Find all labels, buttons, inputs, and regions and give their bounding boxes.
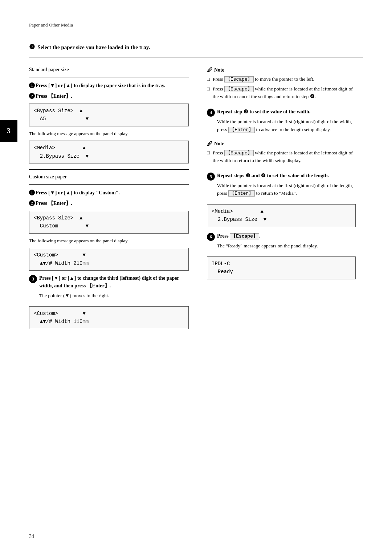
note-section-2: 🖊 Note Press 【Escape】 while the pointer … [207,141,356,165]
note1-item1: Press 【Escape】 to move the pointer to th… [207,76,356,83]
lcd-display-5: <Custom> ▼ ▲▼/# Width 110mm [29,306,189,329]
chapter-tab: 3 [0,120,17,142]
page-number: 34 [29,534,34,539]
lcd-display-4: <Custom> ▼ ▲▼/# Width 210mm [29,248,189,271]
lcd-display-7: IPDL-C Ready [207,256,356,279]
page: Paper and Other Media 3 ❸ Select the pap… [0,0,392,554]
step3-header: ❸ Select the paper size you have loaded … [29,42,363,52]
step4: 4 Repeat step ❸ to set the value of the … [207,108,356,137]
note1-item2: Press 【Escape】 while the pointer is loca… [207,85,356,101]
lcd3-caption: The following message appears on the pan… [29,237,189,244]
step6: 6 Press 【Escape】. The "Ready" message ap… [207,232,356,253]
step5: 5 Repeat steps ❸ and ❹ to set the value … [207,172,356,201]
custom-size-paper-label: Custom size paper [29,174,189,180]
lcd-display-3: <Bypass Size> ▲ Custom ▼ [29,211,189,234]
lcd1-caption: The following message appears on the pan… [29,130,189,137]
right-column: 🖊 Note Press 【Escape】 to move the pointe… [200,67,356,333]
lcd-display-6: <Media> ▲ 2.Bypass Size ▼ [207,204,356,227]
note2-item1: Press 【Escape】 while the pointer is loca… [207,149,356,165]
lcd-display-2: <Media> ▲ 2.Bypass Size ▼ [29,141,189,163]
sub-step-1: 1 Press [▼] or [▲] to display the paper … [29,82,189,89]
custom-sub-step-1: 1 Press [▼] or [▲] to display "Custom". [29,189,189,197]
custom-sub-step-2: 2 Press 【Enter】. [29,199,189,207]
sub-step-2: 2 Press 【Enter】. [29,92,189,100]
note-section-1: 🖊 Note Press 【Escape】 to move the pointe… [207,67,356,101]
left-column: Standard paper size 1 Press [▼] or [▲] t… [29,67,200,333]
breadcrumb: Paper and Other Media [0,22,392,31]
sub-step-3: 3 Press [▼] or [▲] to change the third (… [29,274,189,303]
standard-paper-size-label: Standard paper size [29,67,189,73]
content-area: Standard paper size 1 Press [▼] or [▲] t… [0,67,392,333]
lcd-display-1: <Bypass Size> ▲ A5 ▼ [29,104,189,126]
